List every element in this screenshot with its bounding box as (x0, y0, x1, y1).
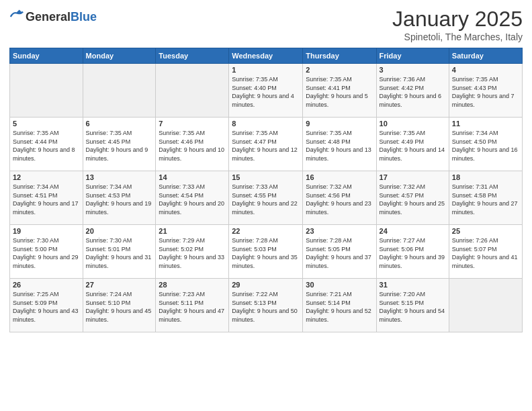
day-info: Sunrise: 7:20 AM Sunset: 5:15 PM Dayligh… (380, 290, 446, 324)
day-info: Sunrise: 7:35 AM Sunset: 4:45 PM Dayligh… (86, 129, 153, 163)
table-row: 23Sunrise: 7:28 AM Sunset: 5:05 PM Dayli… (303, 225, 376, 279)
day-number: 29 (232, 281, 300, 289)
table-row: 28Sunrise: 7:23 AM Sunset: 5:11 PM Dayli… (156, 279, 229, 332)
header: GeneralBlue January 2025 Spinetoli, The … (9, 7, 523, 42)
day-number: 22 (232, 227, 300, 235)
col-monday: Monday (83, 48, 156, 64)
col-wednesday: Wednesday (229, 48, 303, 64)
day-info: Sunrise: 7:32 AM Sunset: 4:57 PM Dayligh… (380, 183, 446, 216)
day-number: 18 (452, 173, 519, 181)
day-number: 20 (86, 227, 153, 235)
day-number: 9 (306, 120, 373, 128)
col-thursday: Thursday (303, 48, 376, 64)
table-row: 31Sunrise: 7:20 AM Sunset: 5:15 PM Dayli… (376, 279, 449, 332)
table-row (10, 64, 83, 118)
day-number: 14 (159, 173, 226, 181)
day-info: Sunrise: 7:33 AM Sunset: 4:54 PM Dayligh… (159, 183, 226, 216)
logo-text: GeneralBlue (26, 10, 97, 24)
day-number: 12 (13, 173, 80, 181)
col-saturday: Saturday (449, 48, 522, 64)
day-info: Sunrise: 7:35 AM Sunset: 4:48 PM Dayligh… (306, 129, 373, 163)
table-row (449, 279, 522, 332)
day-number: 5 (13, 120, 80, 128)
table-row: 10Sunrise: 7:35 AM Sunset: 4:49 PM Dayli… (376, 118, 449, 171)
col-tuesday: Tuesday (156, 48, 229, 64)
day-info: Sunrise: 7:24 AM Sunset: 5:10 PM Dayligh… (86, 290, 153, 324)
day-number: 27 (86, 281, 153, 289)
day-number: 7 (159, 120, 226, 128)
table-row: 19Sunrise: 7:30 AM Sunset: 5:00 PM Dayli… (10, 225, 83, 279)
day-info: Sunrise: 7:35 AM Sunset: 4:46 PM Dayligh… (159, 129, 226, 163)
day-info: Sunrise: 7:34 AM Sunset: 4:51 PM Dayligh… (13, 183, 80, 216)
table-row: 14Sunrise: 7:33 AM Sunset: 4:54 PM Dayli… (156, 171, 229, 225)
calendar-week-row: 5Sunrise: 7:35 AM Sunset: 4:44 PM Daylig… (10, 118, 523, 171)
title-area: January 2025 Spinetoli, The Marches, Ita… (392, 7, 523, 42)
day-number: 11 (452, 120, 519, 128)
day-info: Sunrise: 7:31 AM Sunset: 4:58 PM Dayligh… (452, 183, 519, 216)
day-number: 31 (380, 281, 446, 289)
calendar-week-row: 19Sunrise: 7:30 AM Sunset: 5:00 PM Dayli… (10, 225, 523, 279)
table-row: 1Sunrise: 7:35 AM Sunset: 4:40 PM Daylig… (229, 64, 303, 118)
day-info: Sunrise: 7:35 AM Sunset: 4:40 PM Dayligh… (232, 75, 300, 109)
table-row: 22Sunrise: 7:28 AM Sunset: 5:03 PM Dayli… (229, 225, 303, 279)
table-row: 16Sunrise: 7:32 AM Sunset: 4:56 PM Dayli… (303, 171, 376, 225)
table-row: 29Sunrise: 7:22 AM Sunset: 5:13 PM Dayli… (229, 279, 303, 332)
day-number: 13 (86, 173, 153, 181)
calendar-table: Sunday Monday Tuesday Wednesday Thursday… (9, 48, 523, 332)
day-info: Sunrise: 7:27 AM Sunset: 5:06 PM Dayligh… (380, 236, 446, 270)
table-row: 25Sunrise: 7:26 AM Sunset: 5:07 PM Dayli… (449, 225, 522, 279)
day-info: Sunrise: 7:35 AM Sunset: 4:41 PM Dayligh… (306, 75, 373, 109)
day-info: Sunrise: 7:30 AM Sunset: 5:01 PM Dayligh… (86, 236, 153, 270)
day-info: Sunrise: 7:35 AM Sunset: 4:47 PM Dayligh… (232, 129, 300, 163)
table-row: 2Sunrise: 7:35 AM Sunset: 4:41 PM Daylig… (303, 64, 376, 118)
logo-icon (9, 9, 24, 24)
day-number: 15 (232, 173, 300, 181)
table-row: 15Sunrise: 7:33 AM Sunset: 4:55 PM Dayli… (229, 171, 303, 225)
day-number: 19 (13, 227, 80, 235)
day-info: Sunrise: 7:28 AM Sunset: 5:05 PM Dayligh… (306, 236, 373, 270)
page-container: GeneralBlue January 2025 Spinetoli, The … (0, 0, 532, 339)
day-number: 24 (380, 227, 446, 235)
col-friday: Friday (376, 48, 449, 64)
table-row (83, 64, 156, 118)
day-number: 17 (380, 173, 446, 181)
table-row: 26Sunrise: 7:25 AM Sunset: 5:09 PM Dayli… (10, 279, 83, 332)
day-number: 10 (380, 120, 446, 128)
day-info: Sunrise: 7:29 AM Sunset: 5:02 PM Dayligh… (159, 236, 226, 270)
logo-blue: Blue (71, 10, 97, 24)
day-number: 26 (13, 281, 80, 289)
day-info: Sunrise: 7:22 AM Sunset: 5:13 PM Dayligh… (232, 290, 300, 324)
day-info: Sunrise: 7:34 AM Sunset: 4:53 PM Dayligh… (86, 183, 153, 216)
calendar-header-row: Sunday Monday Tuesday Wednesday Thursday… (10, 48, 523, 64)
table-row: 9Sunrise: 7:35 AM Sunset: 4:48 PM Daylig… (303, 118, 376, 171)
table-row: 20Sunrise: 7:30 AM Sunset: 5:01 PM Dayli… (83, 225, 156, 279)
table-row: 18Sunrise: 7:31 AM Sunset: 4:58 PM Dayli… (449, 171, 522, 225)
day-info: Sunrise: 7:28 AM Sunset: 5:03 PM Dayligh… (232, 236, 300, 270)
day-info: Sunrise: 7:35 AM Sunset: 4:43 PM Dayligh… (452, 75, 519, 109)
calendar-week-row: 1Sunrise: 7:35 AM Sunset: 4:40 PM Daylig… (10, 64, 523, 118)
day-info: Sunrise: 7:25 AM Sunset: 5:09 PM Dayligh… (13, 290, 80, 324)
day-number: 8 (232, 120, 300, 128)
day-number: 30 (306, 281, 373, 289)
logo: GeneralBlue (9, 9, 97, 24)
table-row: 6Sunrise: 7:35 AM Sunset: 4:45 PM Daylig… (83, 118, 156, 171)
day-number: 4 (452, 66, 519, 74)
day-number: 1 (232, 66, 300, 74)
location-subtitle: Spinetoli, The Marches, Italy (392, 32, 523, 42)
day-number: 28 (159, 281, 226, 289)
col-sunday: Sunday (10, 48, 83, 64)
day-info: Sunrise: 7:35 AM Sunset: 4:49 PM Dayligh… (380, 129, 446, 163)
month-title: January 2025 (392, 7, 523, 32)
table-row: 8Sunrise: 7:35 AM Sunset: 4:47 PM Daylig… (229, 118, 303, 171)
table-row: 30Sunrise: 7:21 AM Sunset: 5:14 PM Dayli… (303, 279, 376, 332)
calendar-week-row: 26Sunrise: 7:25 AM Sunset: 5:09 PM Dayli… (10, 279, 523, 332)
table-row: 12Sunrise: 7:34 AM Sunset: 4:51 PM Dayli… (10, 171, 83, 225)
day-info: Sunrise: 7:32 AM Sunset: 4:56 PM Dayligh… (306, 183, 373, 216)
day-number: 6 (86, 120, 153, 128)
day-number: 3 (380, 66, 446, 74)
table-row: 27Sunrise: 7:24 AM Sunset: 5:10 PM Dayli… (83, 279, 156, 332)
day-info: Sunrise: 7:26 AM Sunset: 5:07 PM Dayligh… (452, 236, 519, 270)
table-row: 3Sunrise: 7:36 AM Sunset: 4:42 PM Daylig… (376, 64, 449, 118)
day-info: Sunrise: 7:23 AM Sunset: 5:11 PM Dayligh… (159, 290, 226, 324)
day-info: Sunrise: 7:33 AM Sunset: 4:55 PM Dayligh… (232, 183, 300, 216)
